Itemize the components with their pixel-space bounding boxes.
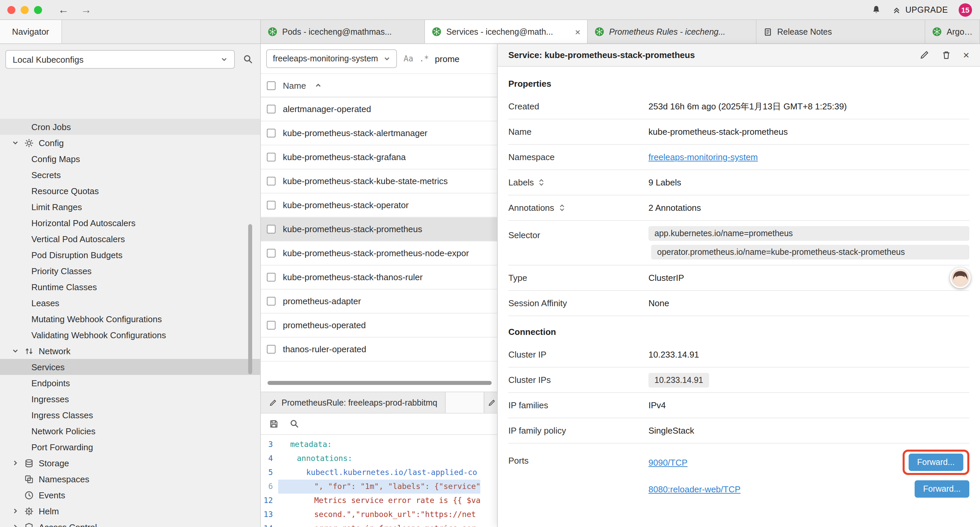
namespace-filter-dropdown[interactable]: freeleaps-monitoring-system [266,49,397,68]
table-row-selected[interactable]: kube-prometheus-stack-prometheus [261,218,497,242]
regex-toggle[interactable]: .* [419,54,429,64]
sidebar-item-port-forwarding[interactable]: Port Forwarding [0,439,260,455]
sidebar-item-events[interactable]: Events [0,487,260,503]
row-checkbox[interactable] [267,105,275,113]
sidebar-item-services[interactable]: Services [0,359,260,375]
table-row[interactable]: kube-prometheus-stack-thanos-ruler [261,266,497,290]
expand-collapse-icon[interactable] [558,204,565,212]
row-checkbox[interactable] [267,321,275,330]
port-link-8080-reloader-web[interactable]: 8080:reloader-web/TCP [648,484,740,494]
sidebar-item-priority-classes[interactable]: Priority Classes [0,263,260,279]
row-checkbox[interactable] [267,129,275,137]
sidebar-group-access-control[interactable]: Access Control [0,519,260,527]
table-row[interactable]: alertmanager-operated [261,97,497,121]
sidebar-item-resource-quotas[interactable]: Resource Quotas [0,183,260,199]
row-checkbox[interactable] [267,177,275,185]
sidebar-item-label: Cron Jobs [31,122,71,132]
selector-chip[interactable]: app.kubernetes.io/name=prometheus [648,226,969,241]
port-link-9090[interactable]: 9090/TCP [648,457,687,467]
sidebar-group-network[interactable]: Network [0,343,260,359]
tab-release-notes[interactable]: Release Notes [757,20,925,43]
property-row-labels: Labels 9 Labels [508,170,969,196]
tab-services[interactable]: Services - icecheng@math... × [425,20,588,43]
sidebar-item-pod-disruption-budgets[interactable]: Pod Disruption Budgets [0,247,260,263]
edit-pencil-icon[interactable] [919,50,929,60]
search-icon[interactable] [243,54,253,65]
search-icon[interactable] [290,419,299,429]
forward-arrow-icon[interactable]: → [81,4,91,16]
cluster-ip-chip[interactable]: 10.233.14.91 [648,373,709,387]
sidebar-item-network-policies[interactable]: Network Policies [0,423,260,439]
tab-navigator[interactable]: Navigator [0,20,62,43]
sidebar-item-validating-webhook-configurations[interactable]: Validating Webhook Configurations [0,327,260,343]
sidebar-item-limit-ranges[interactable]: Limit Ranges [0,199,260,215]
notification-badge[interactable]: 15 [959,3,972,16]
table-row[interactable]: kube-prometheus-stack-grafana [261,145,497,169]
user-avatar[interactable] [950,267,970,288]
expand-collapse-icon[interactable] [538,178,546,187]
dock-tab-prometheusrule[interactable]: PrometheusRule: freeleaps-prod-rabbitmq [261,392,446,413]
save-icon[interactable] [269,419,279,429]
row-checkbox[interactable] [267,297,275,306]
table-row[interactable]: prometheus-adapter [261,290,497,314]
chevron-right-icon[interactable] [12,508,20,514]
table-row[interactable]: kube-prometheus-stack-operator [261,193,497,218]
table-row[interactable]: prometheus-operated [261,314,497,338]
row-checkbox[interactable] [267,153,275,161]
sidebar-group-config[interactable]: Config [0,135,260,151]
sidebar-group-helm[interactable]: Helm [0,503,260,519]
tab-argo[interactable]: Argo Se [925,20,980,43]
table-row[interactable]: kube-prometheus-stack-alertmanager [261,121,497,145]
sidebar-scrollbar[interactable] [248,224,252,374]
sidebar-item-mutating-webhook-configurations[interactable]: Mutating Webhook Configurations [0,311,260,327]
row-checkbox[interactable] [267,345,275,353]
sidebar-item-endpoints[interactable]: Endpoints [0,375,260,391]
table-row[interactable]: thanos-ruler-operated [261,338,497,361]
forward-button[interactable]: Forward... [914,480,969,498]
sidebar-item-runtime-classes[interactable]: Runtime Classes [0,279,260,295]
chevron-right-icon[interactable] [12,460,20,466]
close-icon[interactable]: × [571,26,581,37]
tab-pods[interactable]: Pods - icecheng@mathmas... [261,20,425,43]
sidebar-item-ingress-classes[interactable]: Ingress Classes [0,407,260,423]
name-column-header[interactable]: Name [283,80,306,91]
close-icon[interactable]: × [963,49,969,61]
trash-icon[interactable] [941,50,951,60]
row-checkbox[interactable] [267,225,275,234]
bell-icon[interactable] [871,5,881,15]
sidebar-item-namespaces[interactable]: Namespaces [0,471,260,487]
sidebar-item-ingresses[interactable]: Ingresses [0,391,260,407]
dock-tab-partial[interactable] [484,392,497,413]
forward-button[interactable]: Forward... [908,454,963,471]
chevron-down-icon[interactable] [12,347,20,354]
chevron-right-icon[interactable] [12,524,20,527]
horizontal-scrollbar[interactable] [267,381,492,385]
yaml-editor[interactable]: 3metadata: 4annotations: 5kubectl.kubern… [261,435,497,527]
sidebar-item-config-maps[interactable]: Config Maps [0,151,260,167]
sidebar-item-secrets[interactable]: Secrets [0,167,260,183]
sidebar-item-horizontal-pod-autoscalers[interactable]: Horizontal Pod Autoscalers [0,215,260,231]
table-row[interactable]: kube-prometheus-stack-prometheus-node-ex… [261,242,497,266]
upgrade-button[interactable]: UPGRADE [892,5,948,14]
sidebar-item-cron-jobs[interactable]: Cron Jobs [0,119,260,135]
sidebar-item-vertical-pod-autoscalers[interactable]: Vertical Pod Autoscalers [0,231,260,247]
sort-asc-icon[interactable] [315,82,321,89]
row-checkbox[interactable] [267,201,275,209]
row-checkbox[interactable] [267,249,275,258]
zoom-window-button[interactable] [34,6,42,14]
close-window-button[interactable] [7,6,15,14]
minimize-window-button[interactable] [21,6,29,14]
kubeconfig-selector[interactable]: Local Kubeconfigs [5,50,235,69]
table-row[interactable]: kube-prometheus-stack-kube-state-metrics [261,169,497,193]
table-search-input[interactable]: Aa .* prome [404,54,460,64]
row-checkbox[interactable] [267,273,275,282]
sidebar-group-storage[interactable]: Storage [0,455,260,471]
match-case-toggle[interactable]: Aa [404,54,413,64]
selector-chip[interactable]: operator.prometheus.io/name=kube-prometh… [651,245,969,260]
tab-prometheus-rules[interactable]: Prometheus Rules - icecheng... [588,20,757,43]
select-all-checkbox[interactable] [267,81,275,90]
back-arrow-icon[interactable]: ← [58,4,69,16]
namespace-link[interactable]: freeleaps-monitoring-system [648,152,758,162]
sidebar-item-leases[interactable]: Leases [0,295,260,311]
chevron-down-icon[interactable] [12,139,20,146]
